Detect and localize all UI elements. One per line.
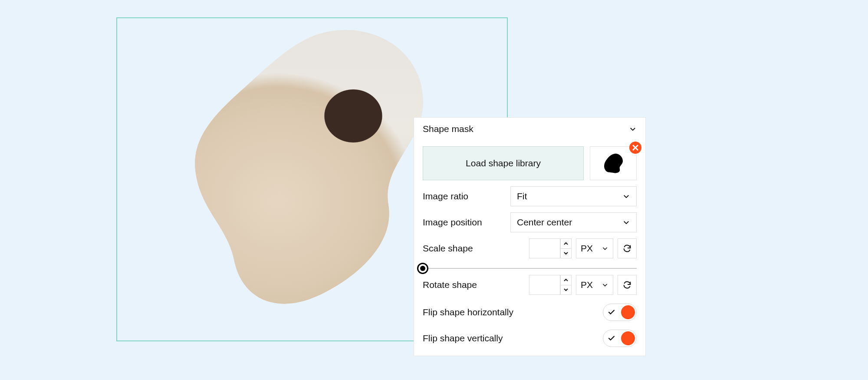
- image-ratio-row: Image ratio Fit: [423, 186, 637, 206]
- rotate-step-up[interactable]: [561, 275, 571, 285]
- flip-v-toggle[interactable]: [603, 330, 637, 347]
- toggle-knob: [621, 331, 635, 345]
- chevron-down-icon: [602, 245, 608, 252]
- image-ratio-value: Fit: [517, 191, 527, 202]
- scale-reset-button[interactable]: [618, 238, 637, 258]
- flip-v-label: Flip shape vertically: [423, 333, 503, 344]
- load-shape-library-button[interactable]: Load shape library: [423, 146, 584, 180]
- panel-body: Load shape library Image ratio Fit: [414, 146, 645, 356]
- flip-h-label: Flip shape horizontally: [423, 307, 513, 317]
- flip-h-toggle[interactable]: [603, 304, 637, 321]
- scale-step-down[interactable]: [561, 249, 571, 258]
- close-icon: [632, 145, 638, 151]
- chevron-down-icon: [629, 125, 637, 133]
- image-position-value: Center center: [517, 217, 572, 228]
- current-shape-preview[interactable]: [590, 146, 637, 180]
- chevron-up-icon: [563, 242, 569, 245]
- chevron-down-icon: [622, 192, 630, 200]
- image-position-label: Image position: [423, 217, 504, 228]
- check-icon: [608, 308, 615, 316]
- scale-row: Scale shape PX: [423, 238, 637, 258]
- image-position-row: Image position Center center: [423, 212, 637, 232]
- rotate-stepper: [560, 275, 572, 295]
- rotate-reset-button[interactable]: [618, 275, 637, 295]
- scale-input[interactable]: [529, 238, 560, 258]
- load-row: Load shape library: [423, 146, 637, 180]
- scale-label: Scale shape: [423, 243, 523, 254]
- slider-track[interactable]: [423, 268, 637, 269]
- panel-header[interactable]: Shape mask: [414, 118, 645, 140]
- flip-h-row: Flip shape horizontally: [423, 304, 637, 321]
- rotate-row: Rotate shape PX: [423, 275, 637, 295]
- check-icon: [608, 334, 615, 342]
- rotate-cw-icon: [622, 244, 632, 253]
- rotate-input[interactable]: [529, 275, 560, 295]
- flip-v-row: Flip shape vertically: [423, 330, 637, 347]
- chevron-up-icon: [563, 278, 569, 282]
- rotate-unit-select[interactable]: PX: [576, 275, 613, 295]
- scale-unit: PX: [581, 243, 593, 254]
- load-label: Load shape library: [466, 158, 541, 169]
- rotate-label: Rotate shape: [423, 280, 523, 290]
- chevron-down-icon: [563, 251, 569, 255]
- rotate-step-down[interactable]: [561, 285, 571, 295]
- blob-shape-icon: [602, 153, 625, 174]
- scale-slider[interactable]: [423, 268, 637, 269]
- image-ratio-select[interactable]: Fit: [510, 186, 637, 206]
- image-position-select[interactable]: Center center: [510, 212, 637, 232]
- shape-mask-panel: Shape mask Load shape library Image rati…: [414, 117, 646, 356]
- chevron-down-icon: [622, 218, 630, 226]
- scale-step-up[interactable]: [561, 239, 571, 249]
- chevron-down-icon: [602, 281, 608, 288]
- panel-title: Shape mask: [423, 124, 473, 134]
- rotate-cw-icon: [622, 280, 632, 290]
- scale-stepper: [560, 238, 572, 258]
- scale-unit-select[interactable]: PX: [576, 238, 613, 258]
- slider-thumb[interactable]: [417, 263, 428, 274]
- toggle-knob: [621, 305, 635, 319]
- image-ratio-label: Image ratio: [423, 191, 504, 202]
- chevron-down-icon: [563, 288, 569, 291]
- rotate-unit: PX: [581, 280, 593, 290]
- scale-controls: PX: [529, 238, 637, 258]
- remove-shape-button[interactable]: [629, 142, 641, 154]
- rotate-controls: PX: [529, 275, 637, 295]
